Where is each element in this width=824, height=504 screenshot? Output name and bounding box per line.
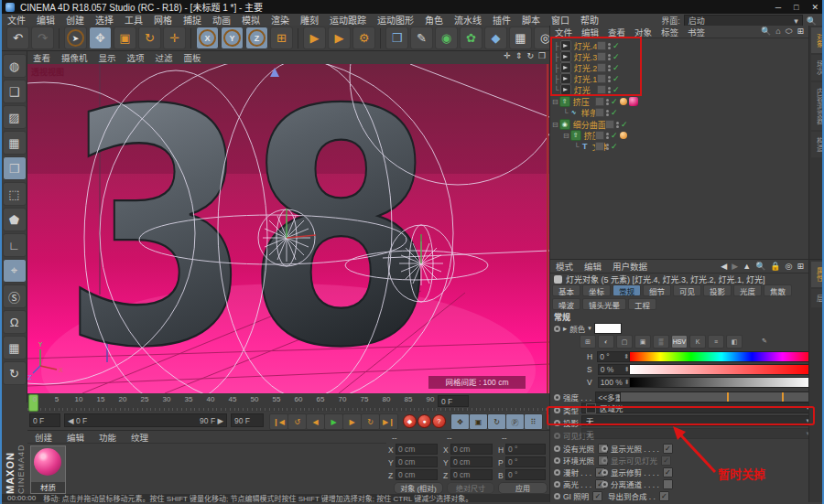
frame-start-field[interactable]: 0 F: [29, 413, 60, 427]
eyedropper-icon[interactable]: ✎: [757, 335, 772, 347]
apply-button[interactable]: 应用: [498, 482, 548, 494]
goto-start-button[interactable]: ❙◀: [269, 413, 288, 430]
tab-takes[interactable]: 场次: [811, 55, 824, 80]
tab-general[interactable]: 常规: [613, 284, 641, 296]
key-rotation-button[interactable]: ↻: [487, 413, 506, 430]
menu-snap[interactable]: 捕捉: [178, 13, 207, 27]
z-axis-lock-button[interactable]: Z: [245, 27, 268, 49]
tab-visibility[interactable]: 可见: [673, 284, 701, 296]
pos-y-field[interactable]: 0 cm: [396, 456, 438, 467]
uv-mode-button[interactable]: ▦: [3, 131, 27, 155]
am-menu-edit[interactable]: 编辑: [579, 260, 607, 273]
tab-structure[interactable]: 构造: [811, 132, 824, 157]
tab-coord[interactable]: 坐标: [582, 284, 611, 296]
close-button[interactable]: ✕: [811, 3, 819, 12]
shadow-dropdown[interactable]: 无▾: [581, 415, 814, 426]
rotate-tool-button[interactable]: ↻: [138, 27, 161, 49]
pos-z-field[interactable]: 0 cm: [396, 469, 438, 480]
tab-caustics[interactable]: 焦散: [764, 284, 792, 296]
object-row-spline[interactable]: └∿ 样条 ✓: [563, 107, 598, 118]
pos-x-field[interactable]: 0 cm: [396, 444, 438, 455]
tab-basic[interactable]: 基本: [552, 284, 580, 296]
color-hsv-button[interactable]: HSV: [671, 335, 688, 349]
color-swatch[interactable]: [594, 323, 622, 334]
am-history-icon[interactable]: ◎: [786, 262, 793, 271]
object-row-text[interactable]: └T 文本 ✓: [574, 141, 609, 152]
object-mode-button[interactable]: ❒: [3, 156, 27, 180]
last-tool-button[interactable]: ✛: [163, 27, 186, 49]
v-field[interactable]: 100 %⬍: [598, 377, 633, 388]
tab-noise[interactable]: 噪波: [552, 298, 580, 310]
color-mixer-icon[interactable]: ◧: [726, 335, 743, 349]
render-settings-button[interactable]: ⚙: [352, 27, 375, 49]
mat-menu-create[interactable]: 创建: [27, 431, 60, 444]
frame-end-field[interactable]: 90 F: [231, 413, 264, 427]
timeline-ruler[interactable]: 0 5 10 15 20 25 30 35 40 45 50 55 60 65 …: [27, 393, 549, 413]
current-frame-field[interactable]: 0 F: [438, 395, 469, 407]
enable-axis-button[interactable]: ∟: [3, 233, 27, 257]
workplane-refresh-button[interactable]: ↻: [3, 361, 27, 385]
tab-objects[interactable]: 对象: [811, 27, 824, 53]
points-mode-button[interactable]: ⬚: [3, 182, 27, 206]
make-editable-button[interactable]: ◍: [3, 54, 27, 78]
prev-frame-button[interactable]: ◀: [306, 413, 325, 430]
collapse-icon[interactable]: ⊟: [552, 121, 558, 129]
mat-menu-function[interactable]: 功能: [92, 431, 124, 444]
om-addview-icon[interactable]: ⊞: [797, 27, 804, 37]
color-spectrum-icon[interactable]: ▒: [653, 335, 669, 349]
menu-file[interactable]: 文件: [2, 13, 31, 27]
menu-pipeline[interactable]: 流水线: [449, 13, 487, 27]
menu-character[interactable]: 角色: [419, 13, 449, 27]
am-menu-userdata[interactable]: 用户数据: [607, 260, 653, 273]
viewport-3d-scene[interactable]: 38: [27, 64, 549, 393]
am-newpanel-icon[interactable]: ⊞: [797, 262, 804, 271]
vp-menu-display[interactable]: 显示: [93, 51, 122, 64]
color-circle-icon[interactable]: ◐: [598, 335, 614, 349]
anim-dot-icon[interactable]: [554, 326, 560, 332]
menu-sculpt[interactable]: 雕刻: [295, 13, 324, 27]
mat-menu-texture[interactable]: 纹理: [124, 431, 156, 444]
menu-edit[interactable]: 编辑: [31, 13, 60, 27]
anim-dot-icon[interactable]: [554, 407, 560, 413]
key-pla-button[interactable]: ⠿: [524, 413, 543, 430]
menu-motion-tracker[interactable]: 运动跟踪: [324, 13, 372, 27]
color-kelvin-icon[interactable]: K: [689, 335, 706, 349]
om-menu-view[interactable]: 查看: [603, 26, 630, 38]
viewport-pan-icon[interactable]: ✛: [504, 51, 511, 60]
autokey-button[interactable]: ●: [417, 414, 431, 428]
enabled-check[interactable]: ✓: [613, 41, 620, 50]
redo-button[interactable]: ↷: [31, 27, 54, 49]
tab-photometric[interactable]: 光度: [733, 284, 762, 296]
menu-script[interactable]: 脚本: [516, 13, 546, 27]
color-box-icon[interactable]: ▢: [616, 335, 633, 349]
texture-mode-button[interactable]: ▨: [3, 105, 27, 129]
undo-button[interactable]: ↶: [6, 27, 29, 49]
play-button[interactable]: ▶: [324, 413, 343, 430]
vp-menu-panel[interactable]: 面板: [179, 51, 207, 64]
object-row-extrude[interactable]: ⊟⇧ 挤压 ✓: [552, 96, 590, 107]
material-thumbnail[interactable]: 材质: [30, 445, 66, 494]
rot-h-field[interactable]: 0 °: [505, 444, 546, 455]
live-selection-button[interactable]: ➤: [64, 27, 87, 49]
hue-slider[interactable]: [629, 351, 814, 362]
frame-range-slider[interactable]: ◀ 0 F90 F ▶: [64, 413, 227, 427]
viewport-toggle-icon[interactable]: ❐: [538, 51, 546, 60]
size-z-field[interactable]: 0 cm: [450, 469, 493, 480]
coordinate-system-button[interactable]: ⊞: [270, 27, 293, 49]
am-up-icon[interactable]: ▲: [743, 262, 751, 271]
mograph-button[interactable]: ✿: [460, 27, 482, 49]
render-picture-viewer-button[interactable]: ▶: [328, 27, 351, 49]
color-sliders-icon[interactable]: ≡: [708, 335, 724, 349]
am-back-icon[interactable]: ◀: [721, 262, 727, 271]
snap-magnet-button[interactable]: Ω: [3, 310, 27, 334]
phong-tag[interactable]: [620, 132, 627, 139]
menu-select[interactable]: 选择: [90, 13, 119, 27]
om-home-icon[interactable]: ⌂: [775, 27, 780, 37]
light-type-dropdown[interactable]: 区域光▾: [581, 402, 814, 413]
am-search-icon[interactable]: 🔍: [755, 262, 765, 271]
om-menu-objects[interactable]: 对象: [630, 26, 656, 38]
om-menu-tags[interactable]: 标签: [656, 26, 683, 38]
goto-end-button[interactable]: ▶❙: [379, 413, 398, 430]
show-clipping-checkbox[interactable]: ✓: [663, 467, 673, 477]
menu-simulate[interactable]: 模拟: [236, 13, 266, 27]
